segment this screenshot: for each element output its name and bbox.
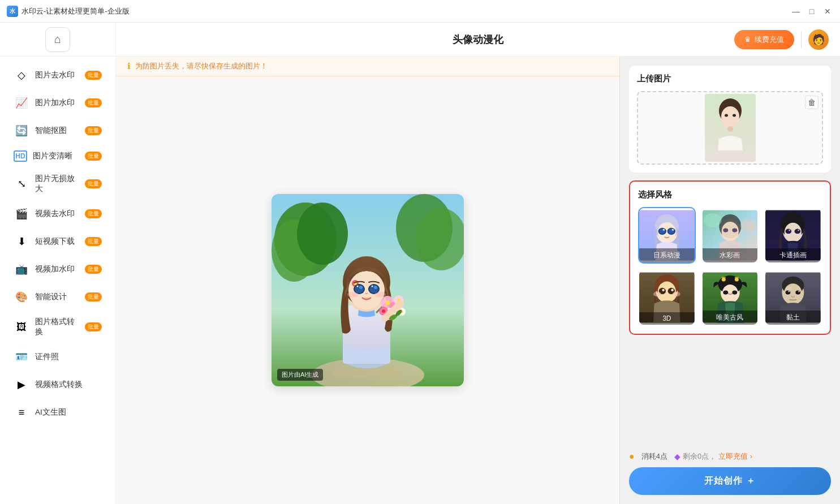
avatar[interactable]: 🧑 (808, 29, 829, 50)
svg-point-72 (786, 229, 792, 234)
center-panel: ℹ 为防图片丢失，请尽快保存生成的图片！ (116, 57, 619, 504)
sidebar-item-ai-art[interactable]: ≡ AI文生图 (3, 399, 112, 426)
remove-watermark-icon: ◇ (14, 67, 29, 83)
enlarge-icon: ⤡ (14, 176, 29, 192)
svg-point-23 (374, 286, 377, 289)
svg-point-22 (359, 286, 363, 289)
svg-point-58 (663, 229, 665, 231)
svg-point-45 (721, 106, 739, 127)
svg-point-37 (382, 309, 385, 313)
sidebar-item-smart-matting[interactable]: 🔄 智能抠图 批量 (3, 117, 112, 144)
svg-point-20 (355, 285, 364, 293)
svg-point-25 (372, 286, 373, 287)
sidebar: ⌂ ◇ 图片去水印 批量 📈 图片加水印 批量 🔄 智能抠图 批量 HD 图片变… (0, 23, 116, 504)
ai-art-icon: ≡ (14, 404, 29, 420)
svg-point-102 (787, 286, 793, 290)
sidebar-label-enlarge: 图片无损放大 (35, 174, 79, 194)
top-header: 头像动漫化 ♛ 续费充值 🧑 (116, 23, 840, 57)
add-watermark-icon: 📈 (14, 95, 29, 111)
enhance-icon: HD (14, 150, 27, 162)
bottom-section: ● 消耗4点 ◆ 剩余0点， 立即充值 › 开始创作 ＋ (629, 451, 831, 495)
content-area: ℹ 为防图片丢失，请尽快保存生成的图片！ (116, 57, 840, 504)
svg-point-65 (732, 229, 737, 232)
svg-point-24 (357, 286, 359, 287)
recharge-button[interactable]: ♛ 续费充值 (734, 30, 794, 49)
sidebar-item-enhance[interactable]: HD 图片变清晰 批量 (3, 145, 112, 167)
format-convert-icon: 🖼 (14, 319, 29, 335)
cartoon-style-label: 卡通插画 (765, 248, 821, 262)
style-card-watercolor[interactable]: 水彩画 (701, 207, 759, 264)
style-card-clay[interactable]: 黏土 (764, 269, 822, 326)
style-card-ancient[interactable]: 唯美古风 (701, 269, 759, 326)
sidebar-item-video-download[interactable]: ⬇ 短视频下载 批量 (3, 228, 112, 255)
svg-point-99 (796, 291, 801, 295)
batch-badge-3: 批量 (85, 126, 102, 135)
sidebar-label-id-photo: 证件照 (35, 352, 102, 362)
sidebar-label-smart-matting: 智能抠图 (35, 126, 79, 136)
sidebar-item-format-convert[interactable]: 🖼 图片格式转换 批量 (3, 311, 112, 343)
batch-badge-6: 批量 (85, 209, 102, 218)
sidebar-item-smart-design[interactable]: 🎨 智能设计 批量 (3, 283, 112, 311)
upload-preview[interactable]: 🗑 (637, 91, 823, 165)
svg-point-82 (662, 288, 664, 291)
anime-style-label: 日系动漫 (639, 248, 695, 262)
svg-point-84 (653, 291, 661, 296)
sidebar-item-id-photo[interactable]: 🪪 证件照 (3, 343, 112, 371)
crown-icon: ♛ (744, 35, 751, 44)
app-title: 水印云-让素材处理更简单-企业版 (21, 6, 130, 16)
sidebar-item-add-watermark[interactable]: 📈 图片加水印 批量 (3, 89, 112, 117)
svg-point-64 (723, 229, 728, 232)
sidebar-item-enlarge[interactable]: ⤡ 图片无损放大 批量 (3, 168, 112, 200)
sidebar-item-remove-watermark[interactable]: ◇ 图片去水印 批量 (3, 62, 112, 89)
close-button[interactable]: ✕ (822, 6, 833, 17)
start-label: 开始创作 ＋ (704, 475, 755, 487)
header-right: ♛ 续费充值 🧑 (734, 29, 829, 50)
watercolor-style-label: 水彩画 (703, 248, 758, 262)
home-button[interactable]: ⌂ (45, 27, 70, 52)
alert-message: 为防图片丢失，请尽快保存生成的图片！ (135, 61, 268, 71)
sidebar-item-video-format[interactable]: ▶ 视频格式转换 (3, 371, 112, 398)
upload-title: 上传图片 (637, 74, 823, 84)
style-title: 选择风格 (638, 189, 822, 200)
batch-badge-5: 批量 (85, 179, 102, 188)
svg-point-48 (727, 126, 733, 132)
right-panel: 上传图片 (619, 57, 840, 504)
svg-point-89 (721, 277, 725, 281)
recharge-link[interactable]: 立即充值 › (718, 451, 752, 462)
svg-point-27 (374, 292, 386, 298)
svg-point-66 (703, 213, 721, 227)
batch-badge-7: 批量 (85, 237, 102, 246)
page-title: 头像动漫化 (453, 33, 503, 46)
id-photo-icon: 🪪 (14, 349, 29, 365)
portrait-thumbnail (705, 94, 756, 162)
svg-point-75 (798, 230, 800, 231)
svg-rect-7 (334, 369, 402, 378)
remaining-text: 剩余0点， (683, 451, 716, 462)
sidebar-label-smart-design: 智能设计 (35, 292, 79, 302)
style-card-cartoon[interactable]: 卡通插画 (764, 207, 822, 264)
smart-matting-icon: 🔄 (14, 123, 29, 139)
batch-badge: 批量 (85, 71, 102, 80)
svg-point-93 (732, 291, 737, 295)
ancient-style-label: 唯美古风 (703, 311, 758, 325)
style-card-anime[interactable]: 日系动漫 (638, 207, 696, 264)
svg-point-21 (369, 285, 378, 293)
style-card-3d[interactable]: 3D (638, 269, 696, 326)
main-layout: ⌂ ◇ 图片去水印 批量 📈 图片加水印 批量 🔄 智能抠图 批量 HD 图片变… (0, 23, 840, 504)
delete-button[interactable]: 🗑 (805, 96, 819, 109)
svg-point-83 (671, 288, 673, 291)
svg-point-100 (789, 291, 790, 292)
sidebar-label-remove-watermark: 图片去水印 (35, 70, 79, 80)
3d-style-label: 3D (639, 312, 695, 325)
svg-point-101 (798, 291, 800, 292)
sidebar-item-video-remove[interactable]: 🎬 视频去水印 批量 (3, 200, 112, 227)
batch-badge-10: 批量 (85, 322, 102, 331)
svg-point-47 (733, 114, 736, 117)
start-create-button[interactable]: 开始创作 ＋ (629, 467, 831, 495)
window-controls: — □ ✕ (790, 6, 833, 17)
sidebar-item-video-watermark[interactable]: 📺 视频加水印 批量 (3, 256, 112, 283)
video-remove-icon: 🎬 (14, 206, 29, 222)
maximize-button[interactable]: □ (806, 6, 817, 17)
content-wrapper: 头像动漫化 ♛ 续费充值 🧑 ℹ 为防图片丢失，请尽快保存生成的图片！ (116, 23, 840, 504)
minimize-button[interactable]: — (790, 6, 802, 17)
